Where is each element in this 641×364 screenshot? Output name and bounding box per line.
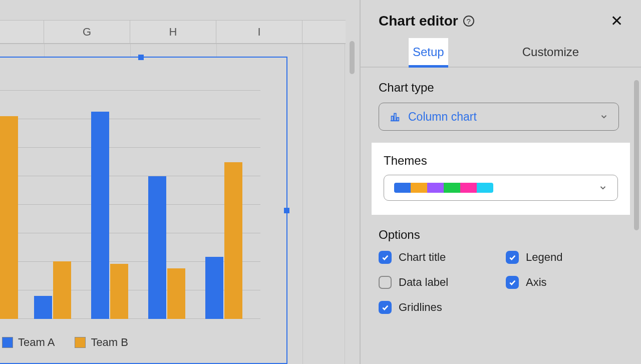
chart-type-select[interactable]: Column chart — [379, 103, 619, 131]
bar-team-a-4 — [148, 176, 166, 319]
option-gridlines[interactable]: Gridlines — [379, 301, 496, 314]
chart-legend: Team A Team B — [2, 336, 128, 349]
selection-handle-top[interactable] — [138, 55, 144, 60]
bar-team-b-1 — [0, 116, 18, 319]
bar-team-a-5 — [205, 257, 223, 319]
bar-team-b-4 — [167, 268, 185, 319]
bar-team-b-5 — [224, 162, 242, 319]
panel-title: Chart editor — [379, 13, 458, 29]
chevron-down-icon — [598, 180, 607, 196]
checkbox-checked-icon — [379, 301, 392, 314]
spreadsheet-area: G H I B — [0, 0, 360, 364]
themes-select[interactable] — [384, 175, 618, 201]
column-header-h[interactable]: H — [130, 21, 216, 43]
option-legend-label: Legend — [526, 251, 562, 264]
legend-item-team-a[interactable]: Team A — [2, 336, 55, 349]
panel-header: Chart editor ? ✕ — [361, 0, 641, 34]
checkbox-unchecked-icon — [379, 276, 392, 289]
themes-section: Themes — [372, 143, 630, 215]
selection-handle-right[interactable] — [284, 208, 289, 213]
option-chart-title-label: Chart title — [399, 251, 446, 264]
checkbox-checked-icon — [379, 251, 392, 264]
bar-team-a-3 — [91, 112, 109, 319]
chevron-down-icon — [599, 109, 608, 125]
chart-type-section: Chart type Column chart — [361, 68, 641, 131]
chart-plot-area — [0, 89, 260, 319]
options-section: Options Chart title Legend Data label — [361, 215, 641, 314]
checkbox-checked-icon — [506, 276, 519, 289]
help-icon[interactable]: ? — [463, 16, 474, 27]
bar-team-b-3 — [110, 264, 128, 319]
palette-swatch-6 — [477, 183, 493, 193]
option-axis[interactable]: Axis — [506, 276, 623, 289]
close-icon[interactable]: ✕ — [610, 14, 623, 29]
option-data-label[interactable]: Data label — [379, 276, 496, 289]
chart-type-label: Chart type — [379, 81, 623, 95]
palette-swatch-4 — [444, 183, 460, 193]
bar-team-a-2 — [34, 296, 52, 319]
legend-label-a: Team A — [18, 336, 55, 349]
option-gridlines-label: Gridlines — [399, 301, 442, 314]
column-headers: G H I — [0, 20, 346, 44]
column-header-i[interactable]: I — [216, 21, 302, 43]
palette-swatch-2 — [411, 183, 427, 193]
column-chart-icon — [389, 111, 400, 122]
legend-swatch-blue — [2, 337, 13, 348]
column-header-blank[interactable] — [0, 21, 44, 43]
tab-setup[interactable]: Setup — [409, 38, 448, 68]
palette-swatch-3 — [427, 183, 444, 193]
option-chart-title[interactable]: Chart title — [379, 251, 496, 264]
chart-type-value: Column chart — [408, 110, 477, 124]
themes-label: Themes — [384, 154, 618, 168]
theme-palette-preview — [394, 183, 493, 193]
svg-rect-1 — [392, 116, 394, 121]
legend-item-team-b[interactable]: Team B — [75, 336, 128, 349]
svg-rect-3 — [397, 118, 399, 121]
legend-swatch-orange — [75, 337, 86, 348]
svg-rect-2 — [394, 114, 396, 121]
editor-tabs: Setup Customize — [361, 38, 641, 68]
tab-customize[interactable]: Customize — [518, 38, 583, 67]
option-axis-label: Axis — [526, 276, 547, 289]
sheet-vertical-scrollbar-thumb[interactable] — [350, 41, 355, 74]
option-legend[interactable]: Legend — [506, 251, 623, 264]
embedded-chart[interactable]: B — [0, 57, 287, 364]
palette-swatch-5 — [460, 183, 477, 193]
option-data-label-label: Data label — [399, 276, 448, 289]
column-header-g[interactable]: G — [44, 21, 130, 43]
checkbox-checked-icon — [506, 251, 519, 264]
panel-vertical-scrollbar-thumb[interactable] — [634, 80, 639, 230]
legend-label-b: Team B — [91, 336, 128, 349]
chart-editor-panel: Chart editor ? ✕ Setup Customize Chart t… — [361, 0, 641, 364]
bar-team-b-2 — [53, 261, 71, 319]
options-label: Options — [379, 228, 623, 242]
palette-swatch-1 — [394, 183, 411, 193]
